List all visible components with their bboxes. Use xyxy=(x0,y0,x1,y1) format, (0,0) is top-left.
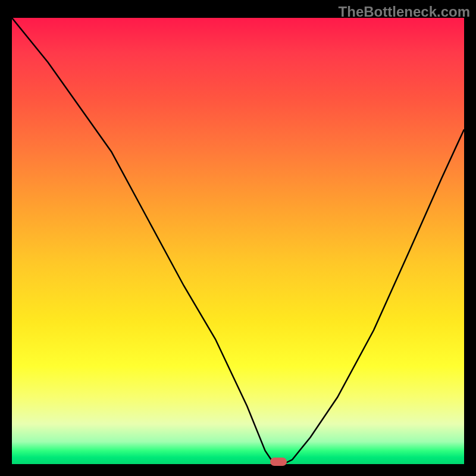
optimal-marker xyxy=(270,458,287,466)
watermark-text: TheBottleneck.com xyxy=(339,4,470,20)
bottleneck-curve xyxy=(12,18,464,464)
curve-line xyxy=(12,18,464,464)
plot-area xyxy=(12,18,464,464)
